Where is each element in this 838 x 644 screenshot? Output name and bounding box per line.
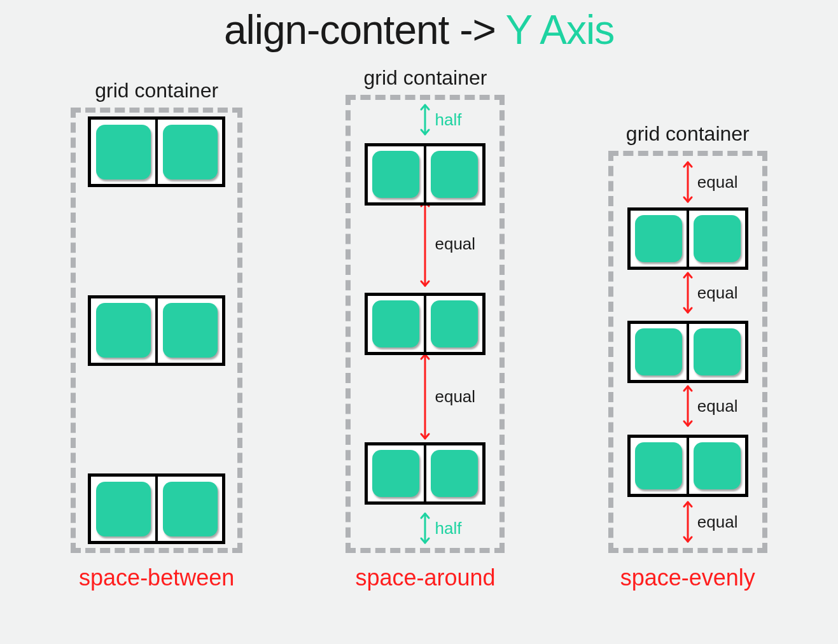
grid-row [627,435,748,497]
arrow-label-equal: equal [697,172,738,192]
grid-container-between [71,108,242,553]
grid-container-evenly: equal equal equal equal [608,151,767,553]
grid-row [365,143,485,206]
tile-icon [372,450,419,497]
arrow-equal-icon: equal [419,199,431,288]
grid-cell [367,444,425,503]
tile-icon [96,125,151,179]
tile-icon [96,482,151,536]
grid-cell [425,444,484,503]
grid-cell [157,297,223,364]
grid-row [365,293,485,355]
arrow-equal-icon: equal [682,160,694,204]
arrow-label-half: half [435,519,461,538]
grid-cell [90,475,157,542]
title-prefix: align-content -> [224,7,506,53]
grid-row [88,473,225,544]
grid-cell [90,118,157,185]
arrow-label-equal: equal [697,283,738,303]
grid-row [88,116,225,187]
arrow-label-half: half [435,110,461,130]
tile-icon [431,450,478,497]
grid-cell [629,209,688,268]
title-accent: Y Axis [505,7,614,53]
grid-row [88,295,225,366]
tile-icon [163,482,218,536]
grid-cell [688,209,746,268]
grid-cell [688,437,746,495]
grid-cell [90,297,157,364]
tile-icon [431,300,478,347]
grid-cell [157,475,223,542]
example-space-around: grid container half equal equal [346,66,505,591]
arrow-equal-icon: equal [682,384,694,428]
grid-cell [629,437,688,495]
arrow-equal-icon: equal [419,352,431,441]
tile-icon [635,215,682,262]
tile-icon [431,151,478,198]
value-label-evenly: space-evenly [620,564,755,591]
tile-icon [635,328,682,375]
grid-cell [688,323,746,381]
arrow-label-equal: equal [435,234,475,254]
grid-row [627,321,748,383]
grid-cell [425,145,484,204]
grid-row [627,207,748,270]
arrow-label-equal: equal [697,512,738,532]
grid-cell [425,295,484,353]
arrow-half-icon: half [419,102,431,137]
grid-cell [367,145,425,204]
container-label: grid container [364,66,487,90]
tile-icon [694,215,741,262]
tile-icon [96,303,151,358]
tile-icon [694,442,741,489]
tile-icon [163,125,218,179]
container-label: grid container [95,79,218,102]
grid-container-around: half equal equal half [346,95,505,553]
arrow-equal-icon: equal [682,270,694,315]
tile-icon [635,442,682,489]
value-label-around: space-around [355,564,495,591]
grid-row [365,442,485,505]
arrow-equal-icon: equal [682,500,694,544]
example-space-between: grid container space-between [71,79,242,591]
examples-row: grid container space-between grid contai… [0,66,838,591]
value-label-between: space-between [79,564,234,591]
example-space-evenly: grid container equal equal equal equal [608,122,767,591]
tile-icon [372,151,419,198]
grid-cell [367,295,425,353]
grid-cell [629,323,688,381]
diagram-title: align-content -> Y Axis [0,0,838,53]
container-label: grid container [626,122,750,146]
grid-cell [157,118,223,185]
arrow-label-equal: equal [435,387,475,407]
tile-icon [163,303,218,358]
tile-icon [694,328,741,375]
tile-icon [372,300,419,347]
arrow-label-equal: equal [697,396,738,416]
arrow-half-icon: half [419,511,431,545]
